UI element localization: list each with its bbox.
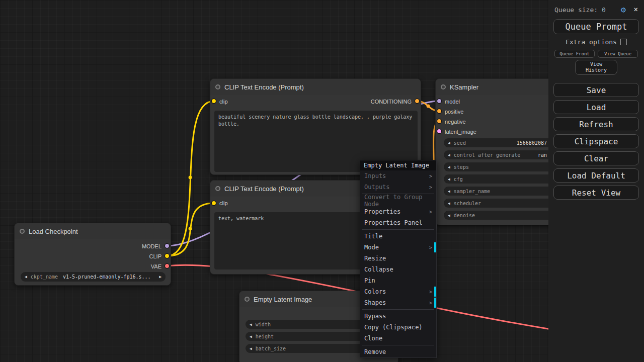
- menu-item-label: Resize: [364, 255, 386, 262]
- menu-item-copy-clipspace[interactable]: Copy (Clipspace): [360, 322, 436, 333]
- node-title: CLIP Text Encode (Prompt): [224, 83, 304, 91]
- menu-separator: [362, 309, 434, 310]
- menu-item-label: Mode: [364, 244, 379, 251]
- menu-item-label: Clone: [364, 335, 382, 342]
- clipspace-button[interactable]: Clipspace: [553, 134, 639, 148]
- menu-item-label: Collapse: [364, 266, 393, 273]
- output-slot-model: MODEL: [142, 243, 162, 250]
- menu-item-colors[interactable]: Colors >: [360, 286, 436, 297]
- widget-label: seed: [454, 140, 466, 146]
- menu-item-remove[interactable]: Remove: [360, 346, 436, 357]
- input-slot-clip: clip: [219, 200, 228, 207]
- widget-label: sampler_name: [454, 189, 490, 194]
- submenu-accent-bar: [434, 242, 436, 252]
- widget-value: 1566802087: [517, 140, 547, 146]
- view-history-button[interactable]: View History: [575, 60, 617, 75]
- menu-item-resize[interactable]: Resize: [360, 253, 436, 264]
- widget-left-arrow-icon[interactable]: ◀: [448, 177, 450, 182]
- load-button[interactable]: Load: [553, 100, 639, 114]
- widget-left-arrow-icon[interactable]: ◀: [448, 165, 450, 169]
- menu-separator: [362, 229, 434, 230]
- extra-options-label: Extra options: [566, 38, 617, 46]
- widget-left-arrow-icon[interactable]: ◀: [448, 201, 450, 206]
- menu-item-label: Inputs: [364, 172, 386, 179]
- menu-item-title[interactable]: Title: [360, 231, 436, 242]
- input-slot-negative: negative: [445, 118, 466, 125]
- menu-item-label: Copy (Clipspace): [364, 324, 423, 331]
- input-slot-model: model: [445, 98, 460, 105]
- menu-item-label: Colors: [364, 288, 386, 295]
- node-titlebar[interactable]: Load Checkpoint: [15, 223, 171, 239]
- queue-prompt-button[interactable]: Queue Prompt: [553, 19, 639, 34]
- submenu-arrow-icon: >: [429, 245, 432, 250]
- link-mid-dot: [189, 176, 192, 179]
- menu-item-label: Properties Panel: [364, 219, 423, 226]
- menu-item-label: Convert to Group Node: [364, 194, 432, 208]
- menu-item-clone[interactable]: Clone: [360, 333, 436, 344]
- queue-size-label: Queue size: 0: [554, 6, 606, 14]
- combo-right-arrow-icon[interactable]: ▶: [159, 275, 162, 279]
- collapse-dot-icon[interactable]: [20, 229, 25, 234]
- menu-item-mode[interactable]: Mode >: [360, 242, 436, 253]
- wire-clip-to-negative: [167, 203, 214, 256]
- node-title: Empty Latent Image: [254, 296, 312, 303]
- widget-label: denoise: [454, 213, 475, 218]
- widget-left-arrow-icon[interactable]: ◀: [448, 141, 450, 145]
- extra-options-row: Extra options: [548, 38, 644, 46]
- node-titlebar[interactable]: CLIP Text Encode (Prompt): [210, 79, 421, 95]
- output-slot-conditioning: CONDITIONING: [371, 98, 412, 105]
- widget-label: width: [256, 322, 271, 327]
- widget-left-arrow-icon[interactable]: ◀: [448, 153, 450, 157]
- settings-gear-icon[interactable]: ⚙: [621, 5, 626, 15]
- load-default-button[interactable]: Load Default: [553, 168, 639, 183]
- refresh-button[interactable]: Refresh: [553, 117, 639, 131]
- output-slot-clip: CLIP: [149, 253, 162, 260]
- combo-left-arrow-icon[interactable]: ◀: [25, 275, 27, 279]
- widget-left-arrow-icon[interactable]: ◀: [250, 322, 252, 327]
- input-slot-clip: clip: [219, 98, 228, 105]
- queue-front-button[interactable]: Queue Front: [554, 50, 595, 58]
- widget-value: v1-5-pruned-emaonly-fp16.s...: [63, 274, 151, 280]
- menu-item-label: Title: [364, 233, 382, 240]
- node-title: CLIP Text Encode (Prompt): [224, 185, 304, 193]
- output-slot-vae: VAE: [151, 263, 162, 270]
- menu-item-inputs: Inputs >: [360, 170, 436, 182]
- submenu-arrow-icon: >: [429, 289, 432, 295]
- widget-left-arrow-icon[interactable]: ◀: [448, 213, 450, 218]
- submenu-accent-bar: [434, 287, 436, 297]
- reset-view-button[interactable]: Reset View: [553, 186, 639, 200]
- collapse-dot-icon[interactable]: [245, 297, 250, 302]
- widget-label: steps: [454, 164, 469, 170]
- menu-item-properties[interactable]: Properties >: [360, 206, 436, 217]
- submenu-arrow-icon: >: [429, 185, 432, 190]
- menu-item-properties-panel[interactable]: Properties Panel: [360, 217, 436, 228]
- widget-left-arrow-icon[interactable]: ◀: [250, 334, 252, 339]
- submenu-arrow-icon: >: [429, 209, 432, 215]
- input-slot-latent-image: latent_image: [445, 128, 476, 135]
- node-load-checkpoint[interactable]: Load Checkpoint MODEL CLIP VAE ◀ ckpt_na…: [14, 223, 171, 286]
- save-button[interactable]: Save: [553, 83, 639, 97]
- view-queue-button[interactable]: View Queue: [598, 50, 638, 58]
- menu-item-bypass[interactable]: Bypass: [360, 311, 436, 322]
- extra-options-checkbox[interactable]: [620, 39, 627, 45]
- clear-button[interactable]: Clear: [553, 151, 639, 165]
- menu-separator: [362, 345, 434, 345]
- submenu-arrow-icon: >: [429, 173, 432, 179]
- close-icon[interactable]: ✕: [634, 5, 638, 13]
- collapse-dot-icon[interactable]: [215, 186, 220, 191]
- widget-label: scheduler: [454, 201, 481, 206]
- menu-item-convert-to-group-node: Convert to Group Node: [360, 195, 436, 206]
- ckpt-name-combo-widget[interactable]: ◀ ckpt_name v1-5-pruned-emaonly-fp16.s..…: [21, 272, 166, 282]
- link-mid-dot: [189, 227, 192, 231]
- widget-left-arrow-icon[interactable]: ◀: [250, 346, 252, 351]
- widget-label: ckpt_name: [31, 274, 58, 280]
- menu-item-label: Shapes: [364, 299, 386, 306]
- widget-left-arrow-icon[interactable]: ◀: [448, 189, 450, 194]
- collapse-dot-icon[interactable]: [441, 84, 446, 89]
- submenu-accent-bar: [434, 298, 436, 308]
- menu-item-collapse[interactable]: Collapse: [360, 264, 436, 275]
- widget-label: control after generate: [454, 152, 520, 158]
- menu-item-pin[interactable]: Pin: [360, 275, 436, 286]
- menu-item-shapes[interactable]: Shapes >: [360, 297, 436, 308]
- collapse-dot-icon[interactable]: [215, 84, 220, 89]
